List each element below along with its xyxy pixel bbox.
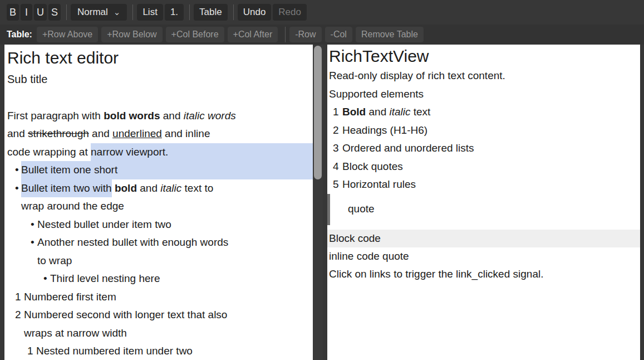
text-line: 2Numbered second with longer text that a… xyxy=(7,306,313,324)
toolbar-separator xyxy=(132,4,133,20)
text-line: Supported elements xyxy=(329,85,640,104)
text-run: and xyxy=(137,179,160,198)
text-run: italic words xyxy=(184,107,236,125)
list-marker: 1 xyxy=(15,288,24,307)
selected-text: Bullet item one short xyxy=(21,161,313,179)
text-run: wraps at narrow width xyxy=(24,324,127,343)
selected-text: narrow viewport. xyxy=(91,143,313,162)
text-line: 4Block quotes xyxy=(329,158,640,176)
text-run: strikethrough xyxy=(28,125,89,143)
text-run: Ordered and unordered lists xyxy=(342,139,474,158)
table-button[interactable]: Table xyxy=(194,4,228,21)
toolbar-separator xyxy=(285,27,286,42)
bullet-list-button[interactable]: List xyxy=(137,4,163,21)
format-toolbar: B I U S Normal ⌄ List 1. Table Undo Redo xyxy=(0,0,644,25)
selected-text: Bullet item two with xyxy=(21,179,112,198)
text-run: Sub title xyxy=(7,70,47,89)
add-col-after-button[interactable]: +Col After xyxy=(228,27,278,42)
text-run: Supported elements xyxy=(329,85,424,104)
text-run: bold xyxy=(115,179,137,198)
redo-button[interactable]: Redo xyxy=(273,4,307,21)
text-line: inline code quote xyxy=(329,247,640,266)
toolbar-separator xyxy=(66,4,67,20)
text-line: Read-only display of rich text content. xyxy=(329,67,640,85)
text-line: code wrapping at narrow viewport. xyxy=(7,143,313,162)
text-run: Another nested bullet with enough words xyxy=(37,233,228,252)
text-run: Nested numbered item under two xyxy=(36,342,193,360)
text-run: quote xyxy=(348,200,375,218)
blockquote: quote xyxy=(327,194,640,225)
text-line: •Bullet item two with bold and italic te… xyxy=(7,179,313,198)
add-row-above-button[interactable]: +Row Above xyxy=(37,27,98,42)
table-toolbar-label: Table: xyxy=(7,30,32,40)
text-run: Numbered first item xyxy=(24,288,116,307)
text-run: Third level nesting here xyxy=(50,270,160,288)
text-run: Horizontal rules xyxy=(342,176,416,194)
text-run: and xyxy=(160,107,184,125)
add-col-before-button[interactable]: +Col Before xyxy=(166,27,224,42)
indent-spacer xyxy=(7,324,24,343)
text-run: Rich text editor xyxy=(7,46,119,70)
list-marker: • xyxy=(15,161,21,179)
text-line: First paragraph with bold words and ital… xyxy=(7,107,313,125)
list-marker: • xyxy=(43,270,50,288)
text-run: Read-only display of rich text content. xyxy=(329,67,505,85)
indent-spacer xyxy=(7,252,37,270)
list-marker: • xyxy=(31,233,37,252)
list-marker: 1 xyxy=(333,103,342,121)
delete-col-button[interactable]: -Col xyxy=(325,27,352,42)
text-run: Bold xyxy=(342,103,366,121)
vertical-scrollbar[interactable] xyxy=(313,45,323,360)
text-line: wrap around the edge xyxy=(7,197,313,216)
rich-text-view-pane[interactable]: RichTextViewRead-only display of rich te… xyxy=(327,45,640,360)
text-run: Nested bullet under item two xyxy=(37,216,171,234)
text-line xyxy=(7,89,313,107)
text-run: italic xyxy=(389,103,410,121)
text-run: text xyxy=(411,103,431,121)
underline-button[interactable]: U xyxy=(34,4,47,21)
list-marker: 1 xyxy=(27,342,36,360)
text-run: and xyxy=(366,103,389,121)
text-line: wraps at narrow width xyxy=(7,324,313,343)
bold-button[interactable]: B xyxy=(7,4,19,21)
strikethrough-button[interactable]: S xyxy=(48,4,61,21)
text-run: to wrap xyxy=(37,252,72,270)
ordered-list-button[interactable]: 1. xyxy=(165,4,184,21)
paragraph-style-value: Normal xyxy=(77,7,108,18)
text-run: wrap around the edge xyxy=(21,197,124,216)
text-line: to wrap xyxy=(7,252,313,270)
delete-row-button[interactable]: -Row xyxy=(289,27,321,42)
text-line: 2Headings (H1-H6) xyxy=(329,121,640,140)
indent-spacer xyxy=(7,197,21,216)
text-run: italic xyxy=(160,179,181,198)
text-run: underlined xyxy=(112,125,162,143)
text-line: Click on links to trigger the link_click… xyxy=(329,265,640,284)
text-line: •Another nested bullet with enough words xyxy=(7,233,313,252)
text-line: •Bullet item one short xyxy=(7,161,313,179)
text-run: and xyxy=(7,125,28,143)
rich-text-editor-pane[interactable]: Rich text editorSub titleFirst paragraph… xyxy=(4,45,313,360)
rich-text-editor-app: B I U S Normal ⌄ List 1. Table Undo Redo… xyxy=(0,0,644,360)
preview-heading: RichTextView xyxy=(329,45,640,67)
text-line: 5Horizontal rules xyxy=(329,176,640,194)
text-run: RichTextView xyxy=(329,46,429,67)
table-toolbar: Table: +Row Above +Row Below +Col Before… xyxy=(0,25,644,45)
text-line: 1Bold and italic text xyxy=(329,103,640,121)
scrollbar-thumb[interactable] xyxy=(314,46,322,179)
text-run: Block quotes xyxy=(342,158,403,176)
italic-button[interactable]: I xyxy=(21,4,32,21)
remove-table-button[interactable]: Remove Table xyxy=(356,27,424,42)
text-run: Click on links to trigger the link_click… xyxy=(329,265,543,284)
paragraph-style-dropdown[interactable]: Normal ⌄ xyxy=(71,4,127,21)
undo-button[interactable]: Undo xyxy=(238,4,272,21)
editor-heading: Rich text editor xyxy=(7,45,313,70)
text-run: and xyxy=(89,125,112,143)
text-run: and inline xyxy=(162,125,210,143)
text-run: inline code quote xyxy=(329,247,409,266)
add-row-below-button[interactable]: +Row Below xyxy=(101,27,162,42)
list-marker: • xyxy=(15,179,21,198)
list-marker: 2 xyxy=(333,121,342,140)
text-run: bold words xyxy=(104,107,160,125)
text-line: 3Ordered and unordered lists xyxy=(329,139,640,158)
text-line: •Third level nesting here xyxy=(7,270,313,288)
